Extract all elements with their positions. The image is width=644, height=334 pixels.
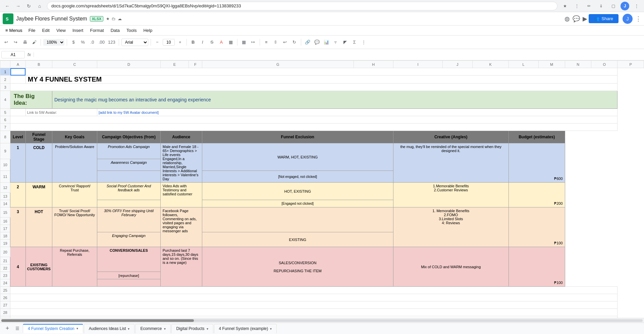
row-17-num[interactable]: 17: [0, 225, 10, 232]
horizontal-scrollbar[interactable]: [0, 318, 644, 323]
row-19-num[interactable]: 19: [0, 240, 10, 247]
col-M-header[interactable]: M: [538, 61, 565, 68]
cell-warm[interactable]: WARM: [25, 183, 52, 207]
reload-button[interactable]: ↻: [24, 1, 34, 11]
star-icon[interactable]: ★: [106, 16, 110, 21]
chart-button[interactable]: 📊: [322, 38, 330, 46]
tab-funnel-creation[interactable]: 4 Funnel System Creation ▾: [23, 324, 83, 333]
row-15-num[interactable]: 15: [0, 207, 10, 218]
video-icon[interactable]: ▶: [583, 15, 587, 22]
cell-budget-4[interactable]: ₱100: [508, 247, 565, 287]
cell-audience-2[interactable]: Video Ads with Testimony and satisfied c…: [160, 183, 202, 207]
row-1-num[interactable]: 1: [0, 68, 10, 76]
menu-help[interactable]: Help: [140, 27, 156, 34]
row-21-num[interactable]: 21: [0, 257, 10, 265]
cell-existing[interactable]: EXISTING CUSTOMERS: [25, 247, 52, 287]
cell-avatar-label[interactable]: Link to 5W Avatar:: [25, 109, 97, 116]
share-button[interactable]: 👥 Share: [589, 14, 619, 23]
cell-repurchase-label[interactable]: [repurchase]: [97, 272, 161, 279]
comment-icon[interactable]: 💬: [573, 15, 580, 22]
font-size-decrease[interactable]: −: [153, 38, 161, 46]
menu-file[interactable]: File: [25, 27, 39, 34]
row-26-num[interactable]: 26: [0, 294, 10, 301]
col-O-header[interactable]: O: [591, 61, 618, 68]
cell-level-3[interactable]: 3: [10, 207, 26, 247]
row-14-num[interactable]: 14: [0, 200, 10, 207]
row-2-num[interactable]: 2: [0, 76, 10, 84]
forward-button[interactable]: →: [13, 1, 23, 11]
cell-campaign-1b[interactable]: Awareness Campaign: [97, 159, 161, 171]
row-22-num[interactable]: 22: [0, 265, 10, 272]
col-P-header[interactable]: P: [618, 61, 644, 68]
row-12-num[interactable]: 12: [0, 183, 10, 193]
cell-A27[interactable]: [10, 301, 618, 309]
cell-A25[interactable]: [10, 287, 618, 294]
menu-icon[interactable]: ⋮: [632, 1, 641, 11]
row-18-num[interactable]: 18: [0, 232, 10, 240]
col-L-header[interactable]: L: [508, 61, 538, 68]
cell-budget-2[interactable]: ₱200: [508, 183, 565, 207]
scroll-thumb[interactable]: [1, 319, 194, 322]
tab-ecommerce[interactable]: Ecommerce ▾: [135, 324, 170, 333]
col-A-header[interactable]: A: [10, 61, 26, 68]
header-level[interactable]: Level: [10, 131, 26, 143]
cell-creative-1[interactable]: the mug, they'll be reminded of the spec…: [393, 143, 508, 183]
tab-audiences-dropdown-icon[interactable]: ▾: [128, 327, 129, 331]
h-align-button[interactable]: ≡: [262, 38, 270, 46]
row-27-num[interactable]: 27: [0, 301, 10, 309]
tab-funnel-dropdown-icon[interactable]: ▾: [76, 327, 78, 330]
tab-audiences[interactable]: Audiences Ideas List ▾: [84, 324, 135, 333]
back-button[interactable]: ←: [3, 1, 12, 11]
cell-creative-2[interactable]: 1.Memorable Benefits2.Customer Reviews: [393, 183, 508, 207]
col-J-header[interactable]: J: [443, 61, 472, 68]
font-size-increase[interactable]: +: [176, 38, 184, 46]
cell-cold[interactable]: COLD: [25, 143, 52, 183]
row-6-num[interactable]: 6: [0, 116, 10, 124]
decimal-less-button[interactable]: .0: [88, 38, 96, 46]
profile-icon[interactable]: J: [621, 2, 629, 10]
big-idea-text-cell[interactable]: Designing the magic mug becomes an inter…: [52, 91, 618, 109]
merge-button[interactable]: ↦: [249, 38, 257, 46]
undo-button[interactable]: ↩: [2, 38, 10, 46]
cell-campaign-2a[interactable]: Social Proof Customer And feedback ads: [97, 183, 161, 200]
cell-reference-input[interactable]: [1, 51, 25, 58]
print-button[interactable]: 🖶: [21, 38, 29, 46]
cell-campaign-3b[interactable]: Engaging Campaign: [97, 232, 161, 247]
menu-view[interactable]: View: [53, 27, 69, 34]
col-H-header[interactable]: H: [354, 61, 393, 68]
text-wrap-button[interactable]: ↩: [281, 38, 289, 46]
zoom-select[interactable]: 100%: [43, 39, 64, 46]
paint-format-button[interactable]: 🖌: [30, 38, 38, 46]
menu-insert[interactable]: Insert: [69, 27, 87, 34]
cell-key-goals-2[interactable]: Convince/ Rapport/ Trust: [52, 183, 97, 207]
header-funnel-excl[interactable]: Funnel Exclusion: [202, 131, 393, 143]
cell-avatar-link[interactable]: [add link to my 5W Avatar document]: [97, 109, 618, 116]
font-size-input[interactable]: [163, 39, 175, 46]
cell-A5[interactable]: [10, 109, 26, 116]
cell-B1[interactable]: [25, 68, 618, 76]
header-budget[interactable]: Budget (estimates): [508, 131, 565, 143]
tab-icon[interactable]: ▢: [608, 1, 618, 11]
bookmark-icon[interactable]: ★: [560, 1, 570, 11]
row-23-num[interactable]: 23: [0, 272, 10, 279]
header-campaign-obj[interactable]: Campaign Objectives (from): [97, 131, 161, 143]
col-E-header[interactable]: E: [160, 61, 189, 68]
cell-A28[interactable]: [10, 309, 618, 316]
menu-edit[interactable]: Edit: [39, 27, 53, 34]
filter-button[interactable]: ▿: [332, 38, 340, 46]
cell-not-engaged[interactable]: [Not engaged, not clicked]: [202, 171, 393, 183]
tab-digital-products[interactable]: Digital Products ▾: [171, 324, 213, 333]
font-select[interactable]: Arial: [121, 39, 148, 46]
menu-format[interactable]: Format: [87, 27, 107, 34]
history-icon[interactable]: ◍: [565, 15, 570, 22]
grid-scroll-area[interactable]: A B C D E F G H I J K L M N O P 1: [0, 60, 644, 318]
cell-exclusion-4[interactable]: SALES/CONVERSIONREPURCHASING THE ITEM: [202, 247, 393, 287]
formula-input[interactable]: [34, 52, 643, 57]
col-D-header[interactable]: D: [97, 61, 161, 68]
row-10-num[interactable]: 10: [0, 159, 10, 171]
cell-exclusion-2[interactable]: HOT, EXISTING: [202, 183, 393, 200]
row-16-num[interactable]: 16: [0, 218, 10, 225]
font-color-button[interactable]: A: [217, 38, 225, 46]
comment-toolbar-button[interactable]: 💬: [313, 38, 321, 46]
row-7-num[interactable]: 7: [0, 124, 10, 131]
